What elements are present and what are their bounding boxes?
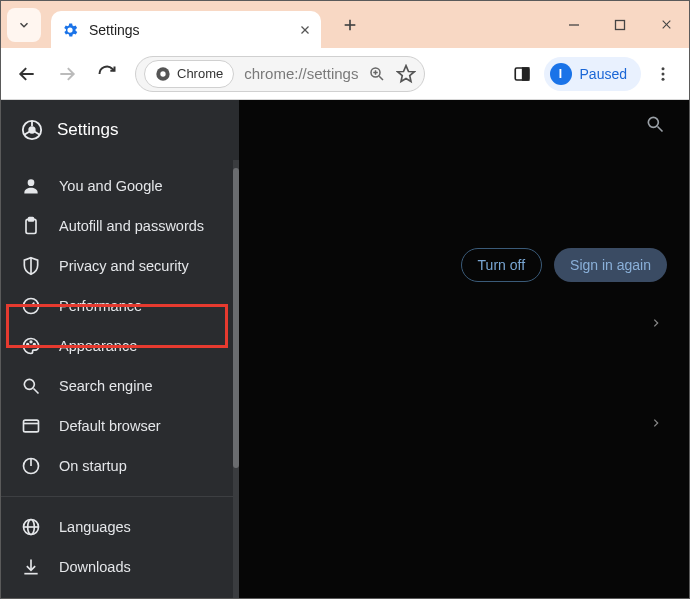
arrow-left-icon bbox=[17, 64, 37, 84]
sidebar-item-label: You and Google bbox=[59, 178, 162, 194]
browser-tab[interactable]: Settings bbox=[51, 11, 321, 48]
sidebar-item-search-engine[interactable]: Search engine bbox=[1, 366, 239, 406]
reload-button[interactable] bbox=[89, 56, 125, 92]
speedometer-icon bbox=[21, 296, 41, 316]
svg-line-27 bbox=[25, 132, 30, 135]
tab-title: Settings bbox=[89, 22, 299, 38]
sidebar-item-label: Languages bbox=[59, 519, 131, 535]
sidebar-item-downloads[interactable]: Downloads bbox=[1, 547, 239, 587]
sidebar-item-label: Autofill and passwords bbox=[59, 218, 204, 234]
svg-line-26 bbox=[35, 132, 40, 135]
minimize-icon bbox=[568, 19, 580, 31]
sidebar-item-performance[interactable]: Performance bbox=[1, 286, 239, 326]
omnibox-url: chrome://settings bbox=[244, 65, 368, 82]
profile-avatar: I bbox=[550, 63, 572, 85]
reload-icon bbox=[97, 64, 117, 84]
svg-rect-5 bbox=[616, 20, 625, 29]
window-maximize-button[interactable] bbox=[597, 1, 643, 48]
close-icon bbox=[660, 18, 673, 31]
download-icon bbox=[21, 557, 41, 577]
browser-toolbar: Chrome chrome://settings I Paused bbox=[1, 48, 689, 100]
window-minimize-button[interactable] bbox=[551, 1, 597, 48]
settings-main-panel: Turn off Sign in again bbox=[239, 100, 689, 598]
side-panel-button[interactable] bbox=[504, 56, 540, 92]
svg-point-35 bbox=[34, 344, 36, 346]
sidebar-item-appearance[interactable]: Appearance bbox=[1, 326, 239, 366]
arrow-right-icon bbox=[57, 64, 77, 84]
chevron-down-icon bbox=[17, 18, 31, 32]
svg-point-47 bbox=[648, 117, 658, 127]
site-chip[interactable]: Chrome bbox=[144, 60, 234, 88]
sidebar-item-label: Privacy and security bbox=[59, 258, 189, 274]
kebab-icon bbox=[654, 65, 672, 83]
close-icon bbox=[299, 24, 311, 36]
svg-point-33 bbox=[27, 344, 29, 346]
sidebar-item-privacy-security[interactable]: Privacy and security bbox=[1, 246, 239, 286]
tab-search-button[interactable] bbox=[7, 8, 41, 42]
sidebar-item-autofill[interactable]: Autofill and passwords bbox=[1, 206, 239, 246]
settings-sidebar: Settings You and Google Autofill and pas… bbox=[1, 100, 239, 598]
nav-back-button[interactable] bbox=[9, 56, 45, 92]
svg-point-36 bbox=[24, 379, 34, 389]
svg-line-48 bbox=[658, 127, 663, 132]
svg-point-11 bbox=[160, 71, 165, 76]
sidebar-item-label: Downloads bbox=[59, 559, 131, 575]
zoom-icon[interactable] bbox=[368, 65, 386, 83]
sidebar-item-label: On startup bbox=[59, 458, 127, 474]
sidebar-item-label: Search engine bbox=[59, 378, 153, 394]
sidebar-item-label: Default browser bbox=[59, 418, 161, 434]
address-bar[interactable]: Chrome chrome://settings bbox=[135, 56, 425, 92]
turn-off-label: Turn off bbox=[478, 257, 525, 273]
new-tab-button[interactable] bbox=[335, 10, 365, 40]
sidebar-item-default-browser[interactable]: Default browser bbox=[1, 406, 239, 446]
maximize-icon bbox=[614, 19, 626, 31]
sign-in-again-label: Sign in again bbox=[570, 257, 651, 273]
row-expand-1[interactable] bbox=[651, 316, 661, 330]
sidebar-separator bbox=[1, 496, 239, 497]
svg-point-28 bbox=[28, 179, 35, 186]
sidebar-header: Settings bbox=[1, 100, 239, 160]
sign-in-again-button[interactable]: Sign in again bbox=[554, 248, 667, 282]
globe-icon bbox=[21, 517, 41, 537]
svg-marker-16 bbox=[398, 65, 415, 81]
bookmark-star-icon[interactable] bbox=[396, 64, 416, 84]
sidebar-item-you-and-google[interactable]: You and Google bbox=[1, 166, 239, 206]
chrome-logo-icon bbox=[155, 66, 171, 82]
svg-rect-19 bbox=[522, 68, 528, 80]
tab-close-button[interactable] bbox=[299, 24, 311, 36]
site-chip-label: Chrome bbox=[177, 66, 223, 81]
svg-rect-38 bbox=[24, 420, 39, 432]
profile-status: Paused bbox=[580, 66, 627, 82]
profile-chip[interactable]: I Paused bbox=[544, 57, 641, 91]
side-panel-icon bbox=[513, 65, 531, 83]
palette-icon bbox=[21, 336, 41, 356]
svg-point-21 bbox=[662, 72, 665, 75]
window-close-button[interactable] bbox=[643, 1, 689, 48]
chevron-right-icon bbox=[651, 316, 661, 330]
sidebar-item-on-startup[interactable]: On startup bbox=[1, 446, 239, 486]
sidebar-item-languages[interactable]: Languages bbox=[1, 507, 239, 547]
row-expand-2[interactable] bbox=[651, 416, 661, 430]
nav-forward-button[interactable] bbox=[49, 56, 85, 92]
svg-point-34 bbox=[30, 341, 32, 343]
chrome-menu-button[interactable] bbox=[645, 56, 681, 92]
svg-line-32 bbox=[31, 303, 34, 306]
svg-line-13 bbox=[379, 76, 383, 80]
svg-rect-30 bbox=[29, 218, 34, 221]
sidebar-item-label: Appearance bbox=[59, 338, 137, 354]
settings-search-button[interactable] bbox=[645, 114, 665, 134]
clipboard-icon bbox=[21, 216, 41, 236]
browser-window-icon bbox=[21, 416, 41, 436]
sidebar-title: Settings bbox=[57, 120, 118, 140]
plus-icon bbox=[342, 17, 358, 33]
svg-point-20 bbox=[662, 67, 665, 70]
chevron-right-icon bbox=[651, 416, 661, 430]
search-icon bbox=[21, 376, 41, 396]
shield-icon bbox=[21, 256, 41, 276]
turn-off-button[interactable]: Turn off bbox=[461, 248, 542, 282]
person-icon bbox=[21, 176, 41, 196]
search-icon bbox=[645, 114, 665, 134]
power-icon bbox=[21, 456, 41, 476]
svg-line-37 bbox=[34, 389, 39, 394]
sidebar-item-label: Performance bbox=[59, 298, 142, 314]
